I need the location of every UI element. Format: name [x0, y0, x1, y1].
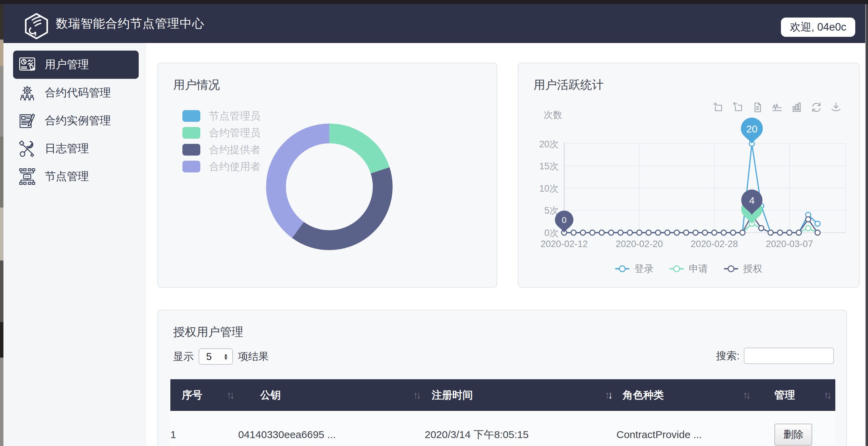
legend-marker-icon: [615, 268, 629, 269]
sidebar-item-user-management[interactable]: 用户管理: [13, 51, 139, 79]
sidebar-item-label: 合约实例管理: [45, 113, 111, 128]
chart-data-point: [655, 230, 660, 235]
chart-data-point: [580, 230, 585, 235]
user-activity-card: 用户活跃统计: [518, 63, 860, 288]
chart-data-point: [815, 230, 820, 235]
window-top-edge: [0, 0, 868, 4]
chart-data-point: [571, 230, 576, 235]
svg-text:10次: 10次: [539, 183, 559, 194]
chart-data-point: [777, 230, 783, 235]
search-input[interactable]: [744, 348, 834, 364]
legend-item[interactable]: 授权: [724, 262, 762, 275]
column-header-register-time[interactable]: 注册时间↑↓: [425, 379, 616, 412]
donut-chart: [158, 63, 497, 287]
svg-text:次数: 次数: [544, 110, 562, 120]
cell-seq: 1: [170, 412, 238, 446]
chart-data-point: [815, 221, 820, 226]
chart-data-point: [731, 230, 736, 235]
sidebar: 用户管理 合约代码管理: [3, 43, 146, 446]
sort-icon: ↑↓: [743, 389, 749, 401]
sidebar-item-label: 用户管理: [45, 57, 89, 72]
sidebar-item-log-management[interactable]: 日志管理: [13, 135, 139, 162]
contract-instance-icon: [18, 111, 36, 130]
svg-text:20次: 20次: [539, 139, 559, 149]
table-row: 1 04140330eea6695 ... 2020/3/14 下午8:05:1…: [170, 412, 835, 446]
log-management-icon: [18, 139, 36, 158]
legend-marker-icon: [724, 268, 738, 269]
sort-icon: ↑↓: [413, 389, 419, 401]
sidebar-item-contract-code[interactable]: 合约代码管理: [13, 79, 139, 107]
node-management-icon: [18, 167, 36, 186]
welcome-button[interactable]: 欢迎, 04e0c: [781, 18, 855, 37]
authorized-users-table: 序号↑↓ 公钥↑↓ 注册时间↑↓ 角色种类↑↓ 管理↑↓ 1 04140330e…: [170, 379, 835, 446]
sidebar-item-contract-instance[interactable]: 合约实例管理: [13, 107, 139, 135]
app-window: 数瑞智能合约节点管理中心 欢迎, 04e0c 用户管理: [0, 0, 868, 446]
sidebar-item-label: 节点管理: [45, 169, 89, 184]
svg-text:2020-02-12: 2020-02-12: [541, 239, 588, 249]
chart-data-point: [637, 230, 642, 235]
svg-text:4: 4: [749, 195, 755, 206]
svg-text:2020-02-28: 2020-02-28: [691, 239, 738, 249]
cell-role: ContractProvide ...: [616, 412, 754, 446]
legend-marker-icon: [669, 268, 684, 269]
column-header-public-key[interactable]: 公钥↑↓: [238, 379, 425, 412]
column-header-seq[interactable]: 序号↑↓: [170, 379, 238, 412]
chart-data-point: [590, 230, 595, 235]
cell-register-time: 2020/3/14 下午8:05:15: [425, 412, 616, 446]
delete-button[interactable]: 删除: [774, 424, 812, 446]
sidebar-item-label: 合约代码管理: [45, 85, 111, 100]
page-size-control: 显示 5 ▲▼ 项结果: [173, 348, 269, 365]
chart-data-point: [627, 230, 633, 235]
contract-code-icon: [18, 84, 36, 102]
chart-data-point: [787, 230, 792, 235]
legend-item[interactable]: 登录: [615, 262, 654, 275]
show-label: 显示: [173, 350, 194, 364]
chart-data-point: [740, 230, 745, 235]
sort-icon: ↑↓: [605, 389, 611, 401]
line-chart-legend: 登录 申请 授权: [518, 262, 859, 275]
cell-manage: 删除: [754, 412, 835, 446]
chart-data-point: [759, 226, 764, 231]
chart-data-point: [646, 230, 651, 235]
chart-data-point: [721, 230, 726, 235]
svg-text:5次: 5次: [544, 205, 559, 216]
select-arrows-icon: ▲▼: [223, 353, 228, 360]
legend-item[interactable]: 申请: [669, 262, 708, 275]
sidebar-item-node-management[interactable]: 节点管理: [13, 163, 139, 190]
chart-data-point: [693, 230, 698, 235]
chart-data-point: [608, 230, 614, 235]
app-header: 数瑞智能合约节点管理中心 欢迎, 04e0c: [3, 4, 865, 43]
card-title: 授权用户管理: [173, 324, 243, 340]
chart-data-point: [684, 230, 689, 235]
svg-text:20: 20: [746, 123, 758, 135]
column-header-role[interactable]: 角色种类↑↓: [616, 379, 754, 412]
chart-data-point: [665, 230, 670, 235]
chart-data-point: [618, 230, 623, 235]
desktop-edge-left: [0, 4, 3, 446]
chart-data-point: [599, 230, 604, 235]
sort-icon: ↑↓: [226, 389, 233, 401]
chart-data-point: [674, 230, 679, 235]
chart-data-point: [806, 226, 811, 231]
user-management-icon: [18, 55, 36, 74]
activity-line-chart: 0次5次10次15次20次次数2020-02-122020-02-202020-…: [518, 63, 859, 287]
chart-data-point: [796, 230, 801, 235]
results-label: 项结果: [238, 350, 269, 364]
chart-data-point: [806, 217, 811, 222]
svg-text:2020-02-20: 2020-02-20: [616, 239, 663, 249]
sort-icon: ↑↓: [824, 389, 830, 401]
column-header-manage[interactable]: 管理↑↓: [754, 379, 835, 412]
svg-text:2020-03-07: 2020-03-07: [766, 239, 813, 249]
cell-public-key: 04140330eea6695 ...: [238, 412, 425, 446]
search-label: 搜索:: [716, 349, 740, 363]
svg-text:0: 0: [562, 215, 567, 225]
chart-data-point: [712, 230, 717, 235]
page-size-select[interactable]: 5 ▲▼: [199, 348, 233, 365]
svg-text:15次: 15次: [539, 161, 559, 171]
table-header-row: 序号↑↓ 公钥↑↓ 注册时间↑↓ 角色种类↑↓ 管理↑↓: [170, 379, 835, 412]
chart-mark-pin: 20: [741, 118, 763, 144]
user-situation-card: 用户情况 节点管理员 合约管理员 合约提供者 合约使用者: [157, 63, 497, 288]
svg-text:0次: 0次: [544, 228, 559, 238]
sidebar-item-label: 日志管理: [45, 141, 89, 156]
app-logo-icon: [23, 12, 50, 40]
